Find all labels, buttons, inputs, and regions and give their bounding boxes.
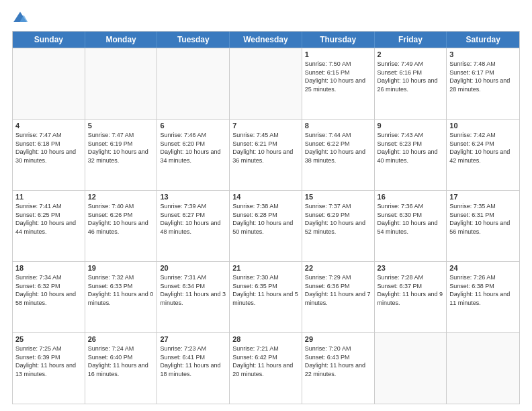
header: [12, 11, 520, 24]
page: SundayMondayTuesdayWednesdayThursdayFrid…: [0, 0, 532, 411]
calendar-cell: 8Sunrise: 7:44 AMSunset: 6:22 PMDaylight…: [302, 120, 375, 190]
day-number: 20: [160, 264, 226, 272]
calendar-cell: 13Sunrise: 7:39 AMSunset: 6:27 PMDayligh…: [157, 191, 230, 261]
calendar-cell: 19Sunrise: 7:32 AMSunset: 6:33 PMDayligh…: [85, 262, 158, 332]
day-info: Sunrise: 7:39 AMSunset: 6:27 PMDaylight:…: [160, 202, 226, 236]
day-info: Sunrise: 7:23 AMSunset: 6:41 PMDaylight:…: [160, 345, 226, 378]
day-info: Sunrise: 7:46 AMSunset: 6:20 PMDaylight:…: [160, 131, 226, 165]
day-number: 15: [305, 193, 371, 201]
day-info: Sunrise: 7:45 AMSunset: 6:21 PMDaylight:…: [232, 131, 299, 165]
day-number: 1: [305, 50, 371, 58]
calendar-cell: 24Sunrise: 7:26 AMSunset: 6:38 PMDayligh…: [447, 262, 519, 332]
day-info: Sunrise: 7:50 AMSunset: 6:15 PMDaylight:…: [305, 60, 371, 93]
day-number: 10: [449, 122, 517, 130]
logo: [12, 11, 31, 24]
calendar-cell: 6Sunrise: 7:46 AMSunset: 6:20 PMDaylight…: [157, 120, 230, 190]
day-number: 28: [232, 335, 299, 343]
header-day-saturday: Saturday: [447, 32, 519, 48]
day-info: Sunrise: 7:48 AMSunset: 6:17 PMDaylight:…: [449, 60, 517, 93]
header-day-wednesday: Wednesday: [230, 32, 302, 48]
day-number: 16: [378, 193, 444, 201]
day-info: Sunrise: 7:41 AMSunset: 6:25 PMDaylight:…: [15, 202, 82, 236]
day-info: Sunrise: 7:30 AMSunset: 6:35 PMDaylight:…: [232, 273, 299, 307]
day-info: Sunrise: 7:47 AMSunset: 6:18 PMDaylight:…: [15, 131, 82, 165]
calendar-cell: 10Sunrise: 7:42 AMSunset: 6:24 PMDayligh…: [447, 120, 519, 190]
calendar-week-2: 4Sunrise: 7:47 AMSunset: 6:18 PMDaylight…: [13, 119, 519, 190]
calendar-cell: 20Sunrise: 7:31 AMSunset: 6:34 PMDayligh…: [157, 262, 230, 332]
day-number: 8: [305, 122, 371, 130]
day-number: 3: [449, 50, 517, 58]
header-day-sunday: Sunday: [13, 32, 85, 48]
day-number: 24: [449, 264, 517, 272]
day-info: Sunrise: 7:32 AMSunset: 6:33 PMDaylight:…: [88, 273, 154, 307]
calendar-cell: 15Sunrise: 7:37 AMSunset: 6:29 PMDayligh…: [302, 191, 375, 261]
day-number: 13: [160, 193, 226, 201]
day-info: Sunrise: 7:44 AMSunset: 6:22 PMDaylight:…: [305, 131, 371, 165]
header-day-thursday: Thursday: [302, 32, 375, 48]
calendar-week-1: 1Sunrise: 7:50 AMSunset: 6:15 PMDaylight…: [13, 48, 519, 119]
calendar-cell: 7Sunrise: 7:45 AMSunset: 6:21 PMDaylight…: [230, 120, 302, 190]
calendar-cell: 26Sunrise: 7:24 AMSunset: 6:40 PMDayligh…: [85, 333, 158, 404]
calendar-week-3: 11Sunrise: 7:41 AMSunset: 6:25 PMDayligh…: [13, 190, 519, 261]
calendar: SundayMondayTuesdayWednesdayThursdayFrid…: [12, 31, 520, 404]
day-number: 9: [378, 122, 444, 130]
calendar-cell: 9Sunrise: 7:43 AMSunset: 6:23 PMDaylight…: [375, 120, 447, 190]
header-day-monday: Monday: [85, 32, 158, 48]
calendar-cell: 18Sunrise: 7:34 AMSunset: 6:32 PMDayligh…: [13, 262, 85, 332]
day-number: 19: [88, 264, 154, 272]
calendar-cell: 21Sunrise: 7:30 AMSunset: 6:35 PMDayligh…: [230, 262, 302, 332]
day-number: 26: [88, 335, 154, 343]
calendar-cell: [230, 48, 302, 119]
calendar-cell: 3Sunrise: 7:48 AMSunset: 6:17 PMDaylight…: [447, 48, 519, 119]
calendar-cell: [85, 48, 158, 119]
calendar-cell: 4Sunrise: 7:47 AMSunset: 6:18 PMDaylight…: [13, 120, 85, 190]
day-number: 25: [15, 335, 82, 343]
day-number: 29: [305, 335, 371, 343]
calendar-cell: 12Sunrise: 7:40 AMSunset: 6:26 PMDayligh…: [85, 191, 158, 261]
header-day-tuesday: Tuesday: [157, 32, 230, 48]
logo-icon: [12, 11, 28, 24]
calendar-cell: 28Sunrise: 7:21 AMSunset: 6:42 PMDayligh…: [230, 333, 302, 404]
calendar-cell: 17Sunrise: 7:35 AMSunset: 6:31 PMDayligh…: [447, 191, 519, 261]
calendar-cell: [447, 333, 519, 404]
calendar-week-4: 18Sunrise: 7:34 AMSunset: 6:32 PMDayligh…: [13, 261, 519, 332]
day-number: 14: [232, 193, 299, 201]
day-info: Sunrise: 7:31 AMSunset: 6:34 PMDaylight:…: [160, 273, 226, 307]
day-number: 11: [15, 193, 82, 201]
header-day-friday: Friday: [375, 32, 447, 48]
day-info: Sunrise: 7:43 AMSunset: 6:23 PMDaylight:…: [378, 131, 444, 165]
calendar-cell: 11Sunrise: 7:41 AMSunset: 6:25 PMDayligh…: [13, 191, 85, 261]
calendar-body: 1Sunrise: 7:50 AMSunset: 6:15 PMDaylight…: [13, 48, 519, 404]
calendar-cell: 2Sunrise: 7:49 AMSunset: 6:16 PMDaylight…: [375, 48, 447, 119]
day-info: Sunrise: 7:40 AMSunset: 6:26 PMDaylight:…: [88, 202, 154, 236]
day-info: Sunrise: 7:29 AMSunset: 6:36 PMDaylight:…: [305, 273, 371, 307]
calendar-header-row: SundayMondayTuesdayWednesdayThursdayFrid…: [13, 32, 519, 48]
calendar-cell: [375, 333, 447, 404]
day-number: 7: [232, 122, 299, 130]
calendar-cell: 22Sunrise: 7:29 AMSunset: 6:36 PMDayligh…: [302, 262, 375, 332]
day-number: 6: [160, 122, 226, 130]
day-number: 4: [15, 122, 82, 130]
calendar-cell: 14Sunrise: 7:38 AMSunset: 6:28 PMDayligh…: [230, 191, 302, 261]
day-number: 12: [88, 193, 154, 201]
day-info: Sunrise: 7:38 AMSunset: 6:28 PMDaylight:…: [232, 202, 299, 236]
calendar-cell: 5Sunrise: 7:47 AMSunset: 6:19 PMDaylight…: [85, 120, 158, 190]
day-info: Sunrise: 7:35 AMSunset: 6:31 PMDaylight:…: [449, 202, 517, 236]
day-info: Sunrise: 7:47 AMSunset: 6:19 PMDaylight:…: [88, 131, 154, 165]
calendar-cell: 16Sunrise: 7:36 AMSunset: 6:30 PMDayligh…: [375, 191, 447, 261]
day-number: 23: [378, 264, 444, 272]
day-info: Sunrise: 7:26 AMSunset: 6:38 PMDaylight:…: [449, 273, 517, 307]
calendar-cell: 1Sunrise: 7:50 AMSunset: 6:15 PMDaylight…: [302, 48, 375, 119]
calendar-cell: 27Sunrise: 7:23 AMSunset: 6:41 PMDayligh…: [157, 333, 230, 404]
day-number: 27: [160, 335, 226, 343]
day-number: 5: [88, 122, 154, 130]
day-number: 18: [15, 264, 82, 272]
day-number: 21: [232, 264, 299, 272]
day-info: Sunrise: 7:21 AMSunset: 6:42 PMDaylight:…: [232, 345, 299, 378]
day-number: 17: [449, 193, 517, 201]
day-number: 2: [378, 50, 444, 58]
calendar-cell: 29Sunrise: 7:20 AMSunset: 6:43 PMDayligh…: [302, 333, 375, 404]
calendar-cell: 25Sunrise: 7:25 AMSunset: 6:39 PMDayligh…: [13, 333, 85, 404]
day-info: Sunrise: 7:20 AMSunset: 6:43 PMDaylight:…: [305, 345, 371, 378]
day-info: Sunrise: 7:28 AMSunset: 6:37 PMDaylight:…: [378, 273, 444, 307]
